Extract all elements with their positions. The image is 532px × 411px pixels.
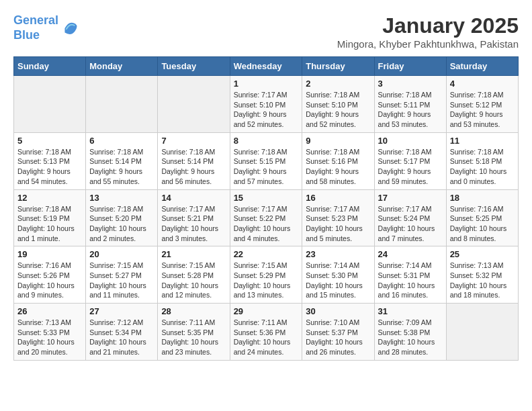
- day-info: Sunrise: 7:17 AMSunset: 5:22 PMDaylight:…: [234, 204, 299, 244]
- weekday-header-thursday: Thursday: [302, 57, 374, 76]
- calendar-cell: 3Sunrise: 7:18 AMSunset: 5:11 PMDaylight…: [374, 76, 446, 133]
- day-info: Sunrise: 7:18 AMSunset: 5:15 PMDaylight:…: [234, 147, 299, 187]
- day-info: Sunrise: 7:11 AMSunset: 5:36 PMDaylight:…: [234, 318, 299, 357]
- title-block: January 2025 Mingora, Khyber Pakhtunkhwa…: [337, 13, 519, 50]
- calendar-cell: 26Sunrise: 7:13 AMSunset: 5:33 PMDayligh…: [14, 304, 86, 361]
- calendar-cell: 18Sunrise: 7:16 AMSunset: 5:25 PMDayligh…: [446, 189, 518, 246]
- day-number: 26: [17, 306, 82, 316]
- calendar-cell: 30Sunrise: 7:10 AMSunset: 5:37 PMDayligh…: [302, 304, 374, 361]
- weekday-header-friday: Friday: [374, 57, 446, 76]
- calendar-cell: 31Sunrise: 7:09 AMSunset: 5:38 PMDayligh…: [374, 304, 446, 361]
- calendar-title: January 2025: [337, 13, 519, 38]
- logo: GeneralBlue: [13, 13, 79, 42]
- day-info: Sunrise: 7:16 AMSunset: 5:25 PMDaylight:…: [450, 204, 515, 244]
- calendar-cell: 28Sunrise: 7:11 AMSunset: 5:35 PMDayligh…: [158, 304, 230, 361]
- calendar-cell: 5Sunrise: 7:18 AMSunset: 5:13 PMDaylight…: [14, 132, 86, 189]
- day-number: 3: [378, 79, 443, 89]
- day-number: 9: [306, 136, 370, 146]
- day-number: 14: [161, 193, 226, 203]
- calendar-cell: 29Sunrise: 7:11 AMSunset: 5:36 PMDayligh…: [230, 304, 302, 361]
- weekday-header-wednesday: Wednesday: [230, 57, 302, 76]
- day-number: 22: [234, 249, 299, 259]
- day-number: 7: [161, 136, 226, 146]
- day-number: 25: [450, 249, 515, 259]
- day-info: Sunrise: 7:17 AMSunset: 5:24 PMDaylight:…: [378, 204, 443, 244]
- calendar-cell: [158, 76, 230, 133]
- day-info: Sunrise: 7:11 AMSunset: 5:35 PMDaylight:…: [161, 318, 226, 357]
- day-number: 19: [17, 249, 82, 259]
- day-info: Sunrise: 7:18 AMSunset: 5:14 PMDaylight:…: [161, 147, 226, 187]
- day-info: Sunrise: 7:18 AMSunset: 5:13 PMDaylight:…: [17, 147, 82, 187]
- week-row-1: 1Sunrise: 7:17 AMSunset: 5:10 PMDaylight…: [14, 76, 519, 133]
- day-info: Sunrise: 7:16 AMSunset: 5:26 PMDaylight:…: [17, 261, 82, 300]
- calendar-cell: 21Sunrise: 7:15 AMSunset: 5:28 PMDayligh…: [158, 246, 230, 304]
- calendar-subtitle: Mingora, Khyber Pakhtunkhwa, Pakistan: [337, 38, 519, 50]
- calendar-cell: 20Sunrise: 7:15 AMSunset: 5:27 PMDayligh…: [86, 246, 158, 304]
- page-header: GeneralBlue January 2025 Mingora, Khyber…: [13, 13, 519, 50]
- weekday-header-tuesday: Tuesday: [158, 57, 230, 76]
- day-info: Sunrise: 7:14 AMSunset: 5:30 PMDaylight:…: [306, 261, 370, 300]
- day-number: 4: [450, 79, 515, 89]
- calendar-cell: 15Sunrise: 7:17 AMSunset: 5:22 PMDayligh…: [230, 189, 302, 246]
- day-info: Sunrise: 7:18 AMSunset: 5:10 PMDaylight:…: [306, 90, 370, 130]
- logo-text: GeneralBlue: [13, 13, 58, 42]
- calendar-cell: 13Sunrise: 7:18 AMSunset: 5:20 PMDayligh…: [86, 189, 158, 246]
- calendar-cell: 2Sunrise: 7:18 AMSunset: 5:10 PMDaylight…: [302, 76, 374, 133]
- calendar-cell: 4Sunrise: 7:18 AMSunset: 5:12 PMDaylight…: [446, 76, 518, 133]
- day-number: 8: [234, 136, 299, 146]
- day-info: Sunrise: 7:18 AMSunset: 5:16 PMDaylight:…: [306, 147, 370, 187]
- day-info: Sunrise: 7:18 AMSunset: 5:11 PMDaylight:…: [378, 90, 443, 130]
- day-number: 5: [17, 136, 82, 146]
- week-row-2: 5Sunrise: 7:18 AMSunset: 5:13 PMDaylight…: [14, 132, 519, 189]
- day-number: 10: [378, 136, 443, 146]
- day-number: 27: [89, 306, 154, 316]
- week-row-5: 26Sunrise: 7:13 AMSunset: 5:33 PMDayligh…: [14, 304, 519, 361]
- day-number: 11: [450, 136, 515, 146]
- day-number: 30: [306, 306, 370, 316]
- day-number: 2: [306, 79, 370, 89]
- day-info: Sunrise: 7:13 AMSunset: 5:33 PMDaylight:…: [17, 318, 82, 357]
- day-number: 21: [161, 249, 226, 259]
- day-number: 15: [234, 193, 299, 203]
- calendar-cell: 17Sunrise: 7:17 AMSunset: 5:24 PMDayligh…: [374, 189, 446, 246]
- calendar-cell: 6Sunrise: 7:18 AMSunset: 5:14 PMDaylight…: [86, 132, 158, 189]
- weekday-header-row: SundayMondayTuesdayWednesdayThursdayFrid…: [14, 57, 519, 76]
- calendar-cell: [86, 76, 158, 133]
- day-number: 28: [161, 306, 226, 316]
- calendar-cell: 23Sunrise: 7:14 AMSunset: 5:30 PMDayligh…: [302, 246, 374, 304]
- calendar-cell: 10Sunrise: 7:18 AMSunset: 5:17 PMDayligh…: [374, 132, 446, 189]
- weekday-header-saturday: Saturday: [446, 57, 518, 76]
- day-info: Sunrise: 7:10 AMSunset: 5:37 PMDaylight:…: [306, 318, 370, 357]
- logo-icon: [60, 19, 79, 38]
- day-info: Sunrise: 7:18 AMSunset: 5:17 PMDaylight:…: [378, 147, 443, 187]
- calendar-cell: 22Sunrise: 7:15 AMSunset: 5:29 PMDayligh…: [230, 246, 302, 304]
- calendar-cell: 7Sunrise: 7:18 AMSunset: 5:14 PMDaylight…: [158, 132, 230, 189]
- day-info: Sunrise: 7:14 AMSunset: 5:31 PMDaylight:…: [378, 261, 443, 300]
- day-number: 16: [306, 193, 370, 203]
- calendar-cell: 11Sunrise: 7:18 AMSunset: 5:18 PMDayligh…: [446, 132, 518, 189]
- day-number: 1: [234, 79, 299, 89]
- day-number: 12: [17, 193, 82, 203]
- calendar-cell: [14, 76, 86, 133]
- day-info: Sunrise: 7:18 AMSunset: 5:19 PMDaylight:…: [17, 204, 82, 244]
- calendar-cell: 24Sunrise: 7:14 AMSunset: 5:31 PMDayligh…: [374, 246, 446, 304]
- day-number: 24: [378, 249, 443, 259]
- day-info: Sunrise: 7:09 AMSunset: 5:38 PMDaylight:…: [378, 318, 443, 357]
- day-info: Sunrise: 7:12 AMSunset: 5:34 PMDaylight:…: [89, 318, 154, 357]
- day-info: Sunrise: 7:18 AMSunset: 5:20 PMDaylight:…: [89, 204, 154, 244]
- calendar-cell: 25Sunrise: 7:13 AMSunset: 5:32 PMDayligh…: [446, 246, 518, 304]
- day-info: Sunrise: 7:15 AMSunset: 5:27 PMDaylight:…: [89, 261, 154, 300]
- day-info: Sunrise: 7:17 AMSunset: 5:10 PMDaylight:…: [234, 90, 299, 130]
- calendar-cell: 9Sunrise: 7:18 AMSunset: 5:16 PMDaylight…: [302, 132, 374, 189]
- calendar-cell: 27Sunrise: 7:12 AMSunset: 5:34 PMDayligh…: [86, 304, 158, 361]
- day-info: Sunrise: 7:15 AMSunset: 5:28 PMDaylight:…: [161, 261, 226, 300]
- calendar-cell: 8Sunrise: 7:18 AMSunset: 5:15 PMDaylight…: [230, 132, 302, 189]
- calendar-table: SundayMondayTuesdayWednesdayThursdayFrid…: [13, 56, 519, 361]
- calendar-cell: 14Sunrise: 7:17 AMSunset: 5:21 PMDayligh…: [158, 189, 230, 246]
- calendar-cell: 1Sunrise: 7:17 AMSunset: 5:10 PMDaylight…: [230, 76, 302, 133]
- day-number: 13: [89, 193, 154, 203]
- day-info: Sunrise: 7:17 AMSunset: 5:23 PMDaylight:…: [306, 204, 370, 244]
- day-number: 20: [89, 249, 154, 259]
- calendar-body: 1Sunrise: 7:17 AMSunset: 5:10 PMDaylight…: [14, 76, 519, 361]
- calendar-cell: 19Sunrise: 7:16 AMSunset: 5:26 PMDayligh…: [14, 246, 86, 304]
